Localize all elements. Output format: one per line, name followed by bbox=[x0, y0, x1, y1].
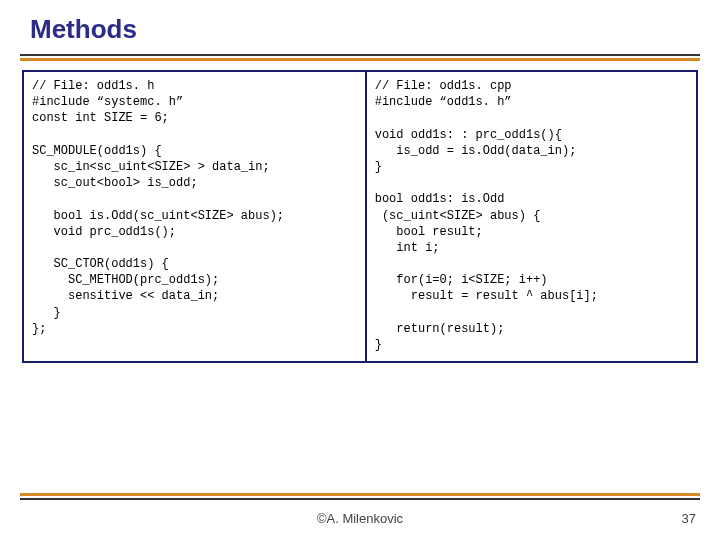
footer-rule-orange bbox=[20, 493, 700, 496]
footer-author: ©A. Milenkovic bbox=[0, 511, 720, 526]
code-left: // File: odd1s. h #include “systemc. h” … bbox=[24, 72, 367, 361]
title-rule-dark bbox=[20, 54, 700, 56]
page-title: Methods bbox=[30, 14, 137, 45]
footer-rule-dark bbox=[20, 498, 700, 500]
page-number: 37 bbox=[682, 511, 696, 526]
slide: Methods // File: odd1s. h #include “syst… bbox=[0, 0, 720, 540]
title-rule-orange bbox=[20, 58, 700, 61]
code-right: // File: odd1s. cpp #include “odd1s. h” … bbox=[367, 72, 696, 361]
code-box: // File: odd1s. h #include “systemc. h” … bbox=[22, 70, 698, 363]
